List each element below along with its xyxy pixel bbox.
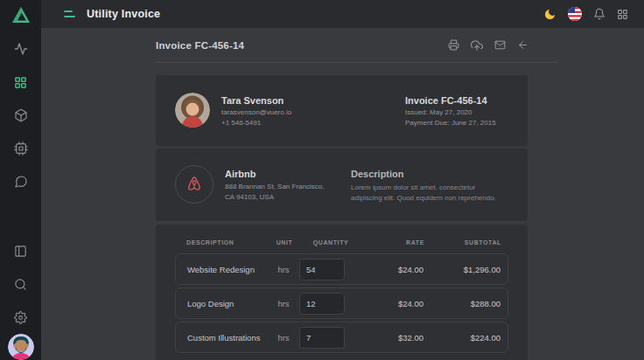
sidebar-item-messages[interactable] — [0, 165, 41, 198]
table-row: Logo Design hrs $24.00 $288.00 — [175, 287, 508, 319]
column-header-unit: UNIT — [269, 239, 300, 246]
sidebar-item-settings[interactable] — [0, 301, 41, 334]
line-items-card: DESCRIPTION UNIT QUANTITY RATE SUBTOTAL … — [156, 225, 528, 360]
item-description: Website Redesign — [187, 265, 268, 274]
item-unit: hrs — [268, 265, 299, 274]
arrow-left-icon — [517, 39, 528, 51]
column-header-subtotal: SUBTOTAL — [424, 239, 501, 246]
back-button[interactable] — [517, 39, 528, 51]
invoice-due-date: Payment Due: June 27, 2015 — [405, 119, 508, 127]
theme-toggle-button[interactable] — [543, 8, 556, 21]
invoice-issued-date: Issued: May 27, 2020 — [405, 108, 508, 116]
item-description: Custom Illustrations — [187, 333, 268, 343]
gear-icon — [14, 311, 27, 324]
quantity-input[interactable] — [299, 293, 345, 315]
client-info: Airbnb 888 Brannan St, San Francisco, CA… — [225, 165, 336, 204]
client-name: Airbnb — [225, 169, 336, 179]
item-rate: $24.00 — [360, 265, 424, 274]
language-selector-button[interactable] — [568, 7, 582, 21]
sidebar-item-products[interactable] — [0, 99, 41, 132]
profile-avatar-illustration — [8, 334, 34, 360]
sidebar-item-dashboard[interactable] — [0, 66, 41, 99]
column-header-description: DESCRIPTION — [186, 239, 269, 246]
item-subtotal: $1,296.00 — [424, 265, 500, 274]
cloud-upload-button[interactable] — [471, 39, 483, 52]
airbnb-logo-icon — [185, 175, 204, 194]
sidebar-item-activity[interactable] — [0, 32, 41, 66]
item-rate: $32.00 — [360, 333, 424, 343]
search-icon — [14, 278, 27, 291]
table-row: Custom Illustrations hrs $32.00 $224.00 — [175, 322, 508, 353]
quantity-input[interactable] — [299, 259, 345, 280]
client-address-line1: 888 Brannan St, San Francisco, — [225, 183, 324, 190]
sidebar-item-panels[interactable] — [0, 234, 41, 267]
item-subtotal: $224.00 — [424, 333, 500, 343]
app-window: Utility Invoice — [0, 0, 644, 360]
description-title: Description — [351, 169, 508, 179]
invoice-number: Invoice FC-456-14 — [405, 95, 508, 106]
topbar-actions — [543, 7, 628, 21]
main-content: Invoice FC-456-14 — [41, 28, 644, 360]
page-title: Utility Invoice — [87, 8, 160, 20]
item-description: Logo Design — [187, 299, 268, 308]
sidebar-item-search[interactable] — [0, 267, 41, 301]
vuero-logo-icon — [11, 6, 31, 24]
panel-icon — [14, 245, 27, 258]
customer-email: tarasvenson@vuero.io — [221, 108, 291, 116]
mail-icon — [494, 39, 506, 51]
invoice-description: Description Lorem ipsum dolor sit amet, … — [351, 165, 508, 204]
customer-card: Tara Svenson tarasvenson@vuero.io +1 546… — [156, 75, 528, 146]
client-address-line2: CA 94103, USA — [225, 193, 274, 201]
table-header: DESCRIPTION UNIT QUANTITY RATE SUBTOTAL — [175, 225, 508, 253]
client-card: Airbnb 888 Brannan St, San Francisco, CA… — [156, 149, 528, 221]
invoice-page-header: Invoice FC-456-14 — [156, 28, 558, 63]
box-icon — [14, 108, 28, 122]
client-logo-ring — [175, 165, 214, 204]
customer-phone: +1 546-5491 — [221, 119, 291, 127]
cloud-upload-icon — [471, 39, 483, 52]
printer-icon — [448, 39, 459, 51]
item-subtotal: $288.00 — [424, 299, 500, 308]
profile-avatar[interactable] — [8, 334, 34, 360]
app-logo[interactable] — [0, 0, 41, 30]
invoice-toolbar — [448, 39, 528, 52]
description-body: Lorem ipsum dolor sit amet, consectetur … — [351, 183, 508, 203]
item-unit: hrs — [268, 333, 299, 343]
topbar: Utility Invoice — [41, 0, 644, 28]
client-address: 888 Brannan St, San Francisco, CA 94103,… — [225, 182, 336, 202]
customer-avatar — [175, 93, 210, 128]
invoice-meta: Invoice FC-456-14 Issued: May 27, 2020 P… — [405, 93, 508, 128]
column-header-quantity: QUANTITY — [300, 239, 361, 246]
sidebar-item-components[interactable] — [0, 132, 41, 165]
item-rate: $24.00 — [360, 299, 424, 308]
apps-menu-button[interactable] — [617, 9, 628, 20]
notifications-button[interactable] — [593, 8, 606, 20]
cpu-icon — [14, 142, 28, 156]
bell-icon — [593, 8, 606, 20]
moon-icon — [543, 8, 556, 21]
item-unit: hrs — [268, 299, 299, 308]
customer-name: Tara Svenson — [221, 95, 291, 106]
dashboard-grid-icon — [14, 76, 27, 89]
send-mail-button[interactable] — [494, 39, 506, 51]
menu-toggle-button[interactable] — [64, 10, 75, 17]
invoice-title: Invoice FC-456-14 — [156, 40, 244, 51]
icon-sidebar — [0, 0, 41, 360]
quantity-input[interactable] — [299, 327, 345, 349]
us-flag-icon — [568, 7, 582, 21]
customer-photo — [175, 93, 210, 128]
activity-icon — [14, 42, 28, 56]
column-header-rate: RATE — [361, 239, 424, 246]
chat-bubble-icon — [14, 175, 28, 189]
apps-grid-icon — [617, 9, 628, 20]
customer-info: Tara Svenson tarasvenson@vuero.io +1 546… — [221, 93, 291, 128]
table-row: Website Redesign hrs $24.00 $1,296.00 — [175, 253, 508, 285]
print-button[interactable] — [448, 39, 459, 51]
